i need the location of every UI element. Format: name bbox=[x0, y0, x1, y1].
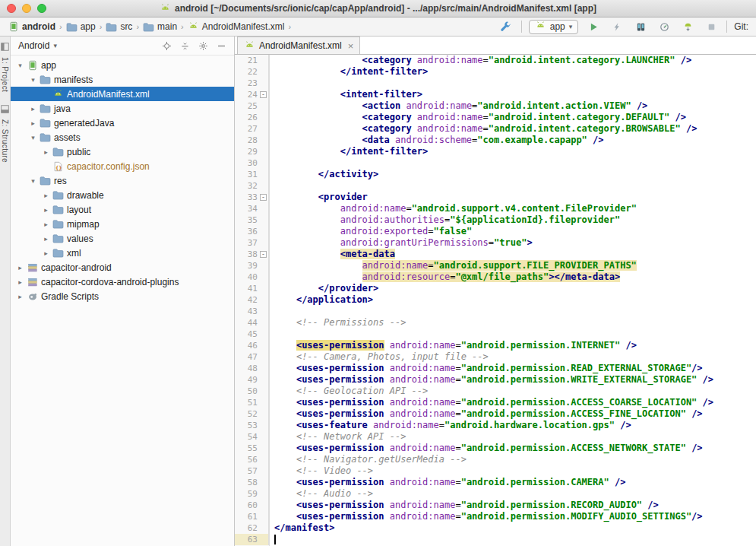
tree-item-gradle-scripts[interactable]: ▸Gradle Scripts bbox=[11, 289, 234, 303]
line-number[interactable]: 38- bbox=[235, 249, 269, 260]
line-number[interactable]: 41 bbox=[235, 283, 269, 294]
tree-item-values[interactable]: ▸values bbox=[11, 231, 234, 246]
code-line-53[interactable]: 53 <uses-feature android:name="android.h… bbox=[235, 420, 756, 431]
line-number[interactable]: 46 bbox=[235, 340, 269, 351]
code-line-60[interactable]: 60 <uses-permission android:name="androi… bbox=[235, 500, 756, 511]
code-line-32[interactable]: 32 bbox=[235, 180, 756, 192]
breadcrumb-item-main[interactable]: main bbox=[141, 21, 179, 33]
fold-marker-icon[interactable]: - bbox=[260, 251, 267, 258]
code-line-62[interactable]: 62</manifest> bbox=[235, 522, 756, 534]
line-number[interactable]: 57 bbox=[235, 465, 269, 477]
line-number[interactable]: 26 bbox=[235, 112, 269, 123]
code-line-25[interactable]: 25 <action android:name="android.intent.… bbox=[235, 100, 756, 112]
code-line-58[interactable]: 58 <uses-permission android:name="androi… bbox=[235, 477, 756, 488]
settings-icon[interactable] bbox=[198, 41, 208, 51]
line-number[interactable]: 61 bbox=[235, 511, 269, 522]
line-number[interactable]: 33- bbox=[235, 192, 269, 203]
breadcrumb-item-android[interactable]: android bbox=[6, 21, 58, 33]
code-line-54[interactable]: 54 <!-- Network API --> bbox=[235, 431, 756, 443]
stop-button[interactable] bbox=[703, 19, 720, 34]
code-line-27[interactable]: 27 <category android:name="android.inten… bbox=[235, 123, 756, 135]
structure-tool-button[interactable]: Z: Structure bbox=[1, 103, 9, 163]
line-number[interactable]: 29 bbox=[235, 146, 269, 157]
code-line-45[interactable]: 45 bbox=[235, 329, 756, 340]
line-number[interactable]: 28 bbox=[235, 135, 269, 146]
code-line-38[interactable]: 38- <meta-data bbox=[235, 249, 756, 260]
code-line-61[interactable]: 61 <uses-permission android:name="androi… bbox=[235, 511, 756, 522]
line-number[interactable]: 51 bbox=[235, 397, 269, 408]
tree-collapsed-arrow-icon[interactable]: ▸ bbox=[28, 105, 38, 113]
tree-collapsed-arrow-icon[interactable]: ▸ bbox=[41, 192, 51, 199]
line-number[interactable]: 44 bbox=[235, 317, 269, 329]
line-number[interactable]: 27 bbox=[235, 123, 269, 135]
tree-item-mipmap[interactable]: ▸mipmap bbox=[11, 217, 234, 231]
minimize-window-button[interactable] bbox=[22, 4, 31, 13]
line-number[interactable]: 42 bbox=[235, 294, 269, 306]
code-line-41[interactable]: 41 </provider> bbox=[235, 283, 756, 294]
breadcrumb-item-app[interactable]: app bbox=[64, 21, 98, 33]
git-widget[interactable]: Git: bbox=[734, 21, 750, 32]
tree-item-capacitor-config-json[interactable]: {}capacitor.config.json bbox=[11, 159, 234, 173]
code-line-48[interactable]: 48 <uses-permission android:name="androi… bbox=[235, 363, 756, 374]
code-line-34[interactable]: 34 android:name="android.support.v4.cont… bbox=[235, 203, 756, 214]
line-number[interactable]: 55 bbox=[235, 443, 269, 454]
line-number[interactable]: 43 bbox=[235, 306, 269, 317]
line-number[interactable]: 24- bbox=[235, 89, 269, 100]
line-number[interactable]: 56 bbox=[235, 454, 269, 465]
breadcrumb-item-src[interactable]: src bbox=[103, 21, 134, 33]
tree-collapsed-arrow-icon[interactable]: ▸ bbox=[28, 119, 38, 127]
code-line-30[interactable]: 30 bbox=[235, 157, 756, 169]
profiler-button[interactable] bbox=[656, 19, 672, 34]
tree-item-res[interactable]: ▾res bbox=[11, 173, 234, 188]
tree-item-capacitor-cordova-android-plugins[interactable]: ▸capacitor-cordova-android-plugins bbox=[11, 275, 234, 289]
code-line-36[interactable]: 36 android:exported="false" bbox=[235, 226, 756, 237]
line-number[interactable]: 50 bbox=[235, 386, 269, 397]
fold-marker-icon[interactable]: - bbox=[260, 194, 267, 201]
project-view-selector[interactable]: Android ▾ bbox=[16, 39, 59, 52]
line-number[interactable]: 32 bbox=[235, 180, 269, 192]
tree-expanded-arrow-icon[interactable]: ▾ bbox=[28, 134, 38, 141]
line-number[interactable]: 58 bbox=[235, 477, 269, 488]
code-line-26[interactable]: 26 <category android:name="android.inten… bbox=[235, 112, 756, 123]
tree-item-capacitor-android[interactable]: ▸capacitor-android bbox=[11, 260, 234, 275]
code-line-37[interactable]: 37 android:grantUriPermissions="true"> bbox=[235, 237, 756, 249]
line-number[interactable]: 37 bbox=[235, 237, 269, 249]
tree-item-manifests[interactable]: ▾manifests bbox=[11, 72, 234, 87]
sdk-manager-button[interactable] bbox=[679, 19, 696, 34]
tree-item-app[interactable]: ▾app bbox=[11, 58, 234, 72]
code-line-22[interactable]: 22 </intent-filter> bbox=[235, 66, 756, 78]
code-line-40[interactable]: 40 android:resource="@xml/file_paths"></… bbox=[235, 271, 756, 283]
locate-icon[interactable] bbox=[162, 41, 172, 51]
code-line-35[interactable]: 35 android:authorities="${applicationId}… bbox=[235, 214, 756, 226]
tree-collapsed-arrow-icon[interactable]: ▸ bbox=[15, 264, 25, 271]
line-number[interactable]: 62 bbox=[235, 522, 269, 534]
tree-collapsed-arrow-icon[interactable]: ▸ bbox=[41, 235, 51, 243]
code-line-56[interactable]: 56 <!-- Navigator.getUserMedia --> bbox=[235, 454, 756, 465]
line-number[interactable]: 48 bbox=[235, 363, 269, 374]
code-line-42[interactable]: 42 </application> bbox=[235, 294, 756, 306]
code-line-46[interactable]: 46 <uses-permission android:name="androi… bbox=[235, 340, 756, 351]
code-line-55[interactable]: 55 <uses-permission android:name="androi… bbox=[235, 443, 756, 454]
line-number[interactable]: 47 bbox=[235, 351, 269, 363]
tree-collapsed-arrow-icon[interactable]: ▸ bbox=[41, 148, 51, 156]
zoom-window-button[interactable] bbox=[37, 4, 46, 13]
tree-collapsed-arrow-icon[interactable]: ▸ bbox=[15, 278, 25, 286]
code-line-21[interactable]: 21 <category android:name="android.inten… bbox=[235, 55, 756, 66]
code-line-57[interactable]: 57 <!-- Video --> bbox=[235, 465, 756, 477]
line-number[interactable]: 30 bbox=[235, 157, 269, 169]
apply-changes-button[interactable] bbox=[609, 19, 625, 34]
tree-item-java[interactable]: ▸java bbox=[11, 101, 234, 116]
code-line-39[interactable]: 39 android:name="android.support.FILE_PR… bbox=[235, 260, 756, 271]
tree-collapsed-arrow-icon[interactable]: ▸ bbox=[41, 206, 51, 214]
line-number[interactable]: 36 bbox=[235, 226, 269, 237]
tree-item-assets[interactable]: ▾assets bbox=[11, 130, 234, 144]
line-number[interactable]: 53 bbox=[235, 420, 269, 431]
line-number[interactable]: 59 bbox=[235, 488, 269, 500]
edit-configurations-button[interactable] bbox=[498, 19, 514, 34]
collapse-all-icon[interactable] bbox=[180, 41, 190, 51]
code-line-43[interactable]: 43 bbox=[235, 306, 756, 317]
tree-collapsed-arrow-icon[interactable]: ▸ bbox=[41, 221, 51, 228]
code-line-44[interactable]: 44 <!-- Permissions --> bbox=[235, 317, 756, 329]
tree-item-generatedjava[interactable]: ▸generatedJava bbox=[11, 116, 234, 130]
line-number[interactable]: 21 bbox=[235, 55, 269, 66]
